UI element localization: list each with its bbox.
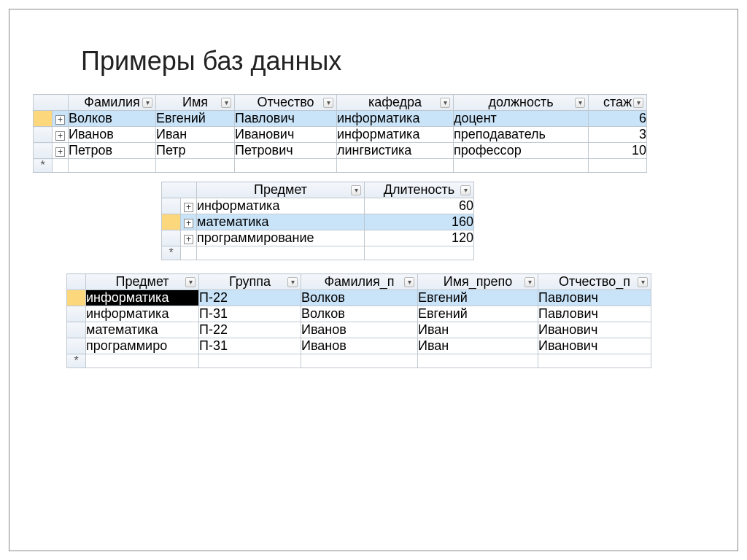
expand-row-button[interactable]: + (181, 214, 197, 230)
expand-row-button[interactable]: + (53, 143, 69, 159)
empty-cell[interactable] (454, 159, 589, 173)
table-row[interactable]: +информатика60 (162, 198, 474, 214)
column-header[interactable]: Имя▾ (156, 95, 235, 111)
empty-cell[interactable] (197, 246, 365, 260)
column-header[interactable]: кафедра▾ (337, 95, 454, 111)
empty-cell[interactable] (418, 354, 538, 368)
data-cell[interactable]: 10 (589, 143, 647, 159)
table-row[interactable]: +ПетровПетрПетровичлингвистикапрофессор1… (34, 143, 647, 159)
table-row[interactable]: математикаП-22ИвановИванИванович (67, 322, 651, 338)
column-header[interactable]: Имя_препо▾ (418, 274, 538, 290)
data-cell[interactable]: Волков (301, 306, 418, 322)
table-row[interactable]: информатикаП-22ВолковЕвгенийПавлович (67, 290, 651, 306)
data-cell[interactable]: информатика (86, 290, 199, 306)
data-cell[interactable]: Павлович (538, 290, 651, 306)
table-row[interactable]: +математика160 (162, 214, 474, 230)
row-selector[interactable] (67, 290, 86, 306)
row-selector[interactable] (34, 111, 53, 127)
data-cell[interactable]: Евгений (418, 290, 538, 306)
column-filter-dropdown[interactable]: ▾ (185, 277, 196, 287)
empty-cell[interactable] (156, 159, 235, 173)
expand-row-button[interactable]: + (53, 127, 69, 143)
column-filter-dropdown[interactable]: ▾ (221, 98, 231, 108)
table-row[interactable]: +ВолковЕвгенийПавловичинформатикадоцент6 (34, 111, 647, 127)
data-cell[interactable]: информатика (86, 306, 199, 322)
column-filter-dropdown[interactable]: ▾ (460, 185, 471, 195)
data-cell[interactable]: П-31 (199, 306, 301, 322)
column-header[interactable]: Предмет▾ (197, 182, 365, 198)
expand-row-button[interactable]: + (53, 111, 69, 127)
new-row[interactable]: * (162, 246, 474, 260)
empty-cell[interactable] (589, 159, 647, 173)
row-selector[interactable] (162, 198, 181, 214)
data-cell[interactable]: математика (86, 322, 199, 338)
column-filter-dropdown[interactable]: ▾ (404, 277, 414, 287)
data-cell[interactable]: Иван (156, 127, 235, 143)
data-cell[interactable]: Иванов (301, 338, 418, 354)
table-2[interactable]: Предмет▾Длитеность▾+информатика60+матема… (161, 182, 474, 260)
row-selector-corner[interactable] (34, 95, 69, 111)
table-row[interactable]: информатикаП-31ВолковЕвгенийПавлович (67, 306, 651, 322)
data-cell[interactable]: Павлович (235, 111, 337, 127)
column-header[interactable]: Фамилия▾ (69, 95, 156, 111)
table-row[interactable]: программироП-31ИвановИванИванович (67, 338, 651, 354)
data-cell[interactable]: Иванов (69, 127, 156, 143)
data-cell[interactable]: П-22 (199, 322, 301, 338)
data-cell[interactable]: Павлович (538, 306, 651, 322)
column-filter-dropdown[interactable]: ▾ (525, 277, 535, 287)
data-cell[interactable]: П-31 (199, 338, 301, 354)
data-cell[interactable]: информатика (197, 198, 365, 214)
column-filter-dropdown[interactable]: ▾ (440, 98, 450, 108)
data-cell[interactable]: Волков (301, 290, 418, 306)
table-1[interactable]: Фамилия▾Имя▾Отчество▾кафедра▾должность▾с… (33, 94, 647, 173)
data-cell[interactable]: доцент (454, 111, 589, 127)
row-selector[interactable] (67, 306, 86, 322)
empty-cell[interactable] (199, 354, 301, 368)
data-cell[interactable]: Волков (69, 111, 156, 127)
column-header[interactable]: должность▾ (454, 95, 589, 111)
row-selector[interactable] (67, 322, 86, 338)
column-header[interactable]: стаж▾ (589, 95, 647, 111)
data-cell[interactable]: Петр (156, 143, 235, 159)
data-cell[interactable]: информатика (337, 127, 454, 143)
row-selector[interactable] (34, 143, 53, 159)
column-filter-dropdown[interactable]: ▾ (638, 277, 648, 287)
data-cell[interactable]: преподаватель (454, 127, 589, 143)
expand-row-button[interactable]: + (181, 230, 197, 246)
column-header[interactable]: Длитеность▾ (365, 182, 474, 198)
column-header[interactable]: Предмет▾ (86, 274, 199, 290)
column-filter-dropdown[interactable]: ▾ (575, 98, 585, 108)
data-cell[interactable]: Иван (418, 322, 538, 338)
data-cell[interactable]: информатика (337, 111, 454, 127)
row-selector[interactable] (67, 338, 86, 354)
data-cell[interactable]: профессор (454, 143, 589, 159)
data-cell[interactable]: 3 (589, 127, 647, 143)
empty-cell[interactable] (337, 159, 454, 173)
data-cell[interactable]: Евгений (418, 306, 538, 322)
new-row[interactable]: * (34, 159, 647, 173)
data-cell[interactable]: 6 (589, 111, 647, 127)
data-cell[interactable]: программирование (197, 230, 365, 246)
data-cell[interactable]: 60 (365, 198, 474, 214)
column-filter-dropdown[interactable]: ▾ (287, 277, 298, 287)
data-cell[interactable]: Петрович (235, 143, 337, 159)
column-header[interactable]: Группа▾ (199, 274, 301, 290)
expand-row-button[interactable]: + (181, 198, 197, 214)
new-row-marker[interactable]: * (162, 246, 181, 260)
column-filter-dropdown[interactable]: ▾ (351, 185, 361, 195)
data-cell[interactable]: 160 (365, 214, 474, 230)
data-cell[interactable]: Евгений (156, 111, 235, 127)
column-filter-dropdown[interactable]: ▾ (633, 98, 643, 108)
new-row[interactable]: * (67, 354, 651, 368)
row-selector[interactable] (162, 230, 181, 246)
table-row[interactable]: +ИвановИванИвановичинформатикапреподават… (34, 127, 647, 143)
table-row[interactable]: +программирование120 (162, 230, 474, 246)
data-cell[interactable]: Иванович (538, 322, 651, 338)
column-header[interactable]: Отчество_п▾ (538, 274, 651, 290)
data-cell[interactable]: П-22 (199, 290, 301, 306)
column-header[interactable]: Отчество▾ (235, 95, 337, 111)
data-cell[interactable]: Иванович (235, 127, 337, 143)
empty-cell[interactable] (235, 159, 337, 173)
row-selector[interactable] (34, 127, 53, 143)
new-row-marker[interactable]: * (67, 354, 86, 368)
